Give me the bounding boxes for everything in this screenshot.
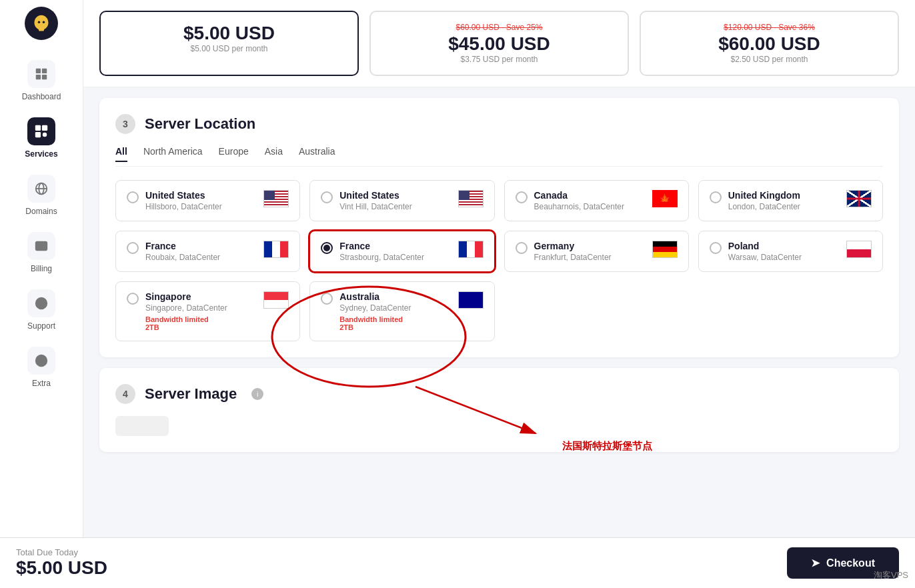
- location-grid: United States Hillsboro, DataCenter Unit…: [115, 180, 883, 341]
- sidebar-item-extra[interactable]: Extra: [0, 339, 83, 396]
- location-info-sg: Singapore Singapore, DataCenter Bandwidt…: [145, 291, 257, 331]
- flag-ca: [652, 190, 678, 207]
- radio-de[interactable]: [516, 242, 528, 254]
- sidebar-item-support[interactable]: Support: [0, 281, 83, 339]
- location-card-us-hillsboro[interactable]: United States Hillsboro, DataCenter: [115, 180, 300, 221]
- location-sub-ca: Beauharnois, DataCenter: [534, 202, 646, 211]
- location-info-uk: United Kingdom London, DataCenter: [728, 190, 840, 211]
- price-1-permonth: $5.00 USD per month: [114, 44, 344, 53]
- svg-rect-6: [35, 125, 41, 131]
- total-amount: $5.00 USD: [16, 557, 107, 579]
- svg-rect-8: [35, 132, 41, 137]
- sidebar-item-services[interactable]: Services: [0, 109, 83, 167]
- extra-icon: [34, 353, 49, 368]
- svg-rect-3: [42, 69, 47, 73]
- services-icon: [34, 124, 49, 139]
- svg-rect-4: [36, 75, 41, 79]
- radio-uk[interactable]: [710, 191, 722, 203]
- location-info-de: Germany Frankfurt, DataCenter: [534, 241, 646, 262]
- filter-tab-asia[interactable]: Asia: [265, 146, 283, 162]
- image-selector-preview: [115, 416, 169, 436]
- filter-tab-australia[interactable]: Australia: [299, 146, 335, 162]
- location-sub-uk: London, DataCenter: [728, 202, 840, 211]
- location-card-pl[interactable]: Poland Warsaw, DataCenter: [698, 231, 883, 272]
- location-card-de[interactable]: Germany Frankfurt, DataCenter: [504, 231, 689, 272]
- location-name-fr-stras: France: [339, 241, 451, 251]
- checkout-label: Checkout: [826, 557, 875, 569]
- location-card-au[interactable]: Australia Sydney, DataCenter Bandwidth l…: [309, 281, 494, 341]
- flag-pl: [846, 241, 872, 258]
- pricing-row: $5.00 USD $5.00 USD per month $60.00 USD…: [83, 0, 915, 87]
- lion-icon: [32, 14, 51, 33]
- radio-us-vint[interactable]: [321, 191, 333, 203]
- total-label: Total Due Today: [16, 547, 107, 557]
- location-card-fr-stras[interactable]: France Strasbourg, DataCenter: [309, 231, 494, 272]
- location-name-sg: Singapore: [145, 291, 257, 302]
- sidebar-item-domains[interactable]: Domains: [0, 167, 83, 224]
- main-content: $5.00 USD $5.00 USD per month $60.00 USD…: [83, 0, 915, 588]
- svg-rect-7: [42, 125, 47, 131]
- filter-tabs: All North America Europe Asia Australia: [115, 146, 883, 167]
- sidebar-item-label-billing: Billing: [31, 264, 52, 273]
- radio-fr-stras[interactable]: [321, 242, 333, 254]
- price-3-main: $60.00 USD: [654, 33, 884, 55]
- location-info-au: Australia Sydney, DataCenter Bandwidth l…: [339, 291, 451, 331]
- location-name-au: Australia: [339, 291, 451, 302]
- flag-fr-roubaix: [263, 241, 289, 258]
- location-name-us-hillsboro: United States: [145, 190, 257, 201]
- svg-point-1: [43, 21, 45, 24]
- section-header-image: 4 Server Image i: [115, 384, 883, 404]
- sidebar-item-label-domains: Domains: [25, 207, 57, 216]
- location-card-fr-roubaix[interactable]: France Roubaix, DataCenter: [115, 231, 300, 272]
- billing-icon: [34, 239, 49, 253]
- price-3-permonth: $2.50 USD per month: [654, 55, 884, 64]
- filter-tab-all[interactable]: All: [115, 146, 127, 162]
- location-sub-us-hillsboro: Hillsboro, DataCenter: [145, 202, 257, 211]
- support-icon: [34, 296, 49, 311]
- sidebar-item-dashboard[interactable]: Dashboard: [0, 52, 83, 109]
- radio-ca[interactable]: [516, 191, 528, 203]
- svg-point-0: [38, 21, 41, 24]
- location-sub-pl: Warsaw, DataCenter: [728, 253, 840, 262]
- location-card-uk[interactable]: United Kingdom London, DataCenter: [698, 180, 883, 221]
- location-info-fr-roubaix: France Roubaix, DataCenter: [145, 241, 257, 262]
- radio-sg[interactable]: [127, 293, 139, 305]
- flag-us-vint: [458, 190, 484, 207]
- location-sub-au: Sydney, DataCenter: [339, 303, 451, 313]
- radio-au[interactable]: [321, 293, 333, 305]
- filter-tab-north-america[interactable]: North America: [143, 146, 203, 162]
- location-card-sg[interactable]: Singapore Singapore, DataCenter Bandwidt…: [115, 281, 300, 341]
- filter-tab-europe[interactable]: Europe: [219, 146, 249, 162]
- radio-fr-roubaix[interactable]: [127, 242, 139, 254]
- location-name-uk: United Kingdom: [728, 190, 840, 201]
- flag-us-hillsboro: [263, 190, 289, 207]
- dashboard-icon: [34, 67, 49, 81]
- svg-rect-13: [36, 242, 47, 251]
- annotation-wrap: United States Hillsboro, DataCenter Unit…: [115, 180, 883, 341]
- sidebar-item-label-dashboard: Dashboard: [22, 92, 61, 101]
- price-3-save: $120.00 USD · Save 36%: [654, 23, 884, 32]
- info-icon[interactable]: i: [251, 388, 263, 400]
- flag-fr-stras: [458, 241, 484, 258]
- location-name-de: Germany: [534, 241, 646, 251]
- location-info-us-vint: United States Vint Hill, DataCenter: [339, 190, 451, 211]
- server-location-section: 3 Server Location All North America Euro…: [99, 98, 899, 357]
- svg-point-16: [39, 359, 43, 363]
- location-sub-fr-roubaix: Roubaix, DataCenter: [145, 253, 257, 262]
- price-2-main: $45.00 USD: [384, 33, 614, 55]
- sidebar-item-billing[interactable]: Billing: [0, 224, 83, 281]
- location-card-ca[interactable]: Canada Beauharnois, DataCenter: [504, 180, 689, 221]
- watermark: 淘客VPS: [874, 569, 908, 581]
- server-image-title: Server Image: [145, 385, 237, 403]
- radio-us-hillsboro[interactable]: [127, 191, 139, 203]
- domains-icon: [34, 181, 49, 196]
- flag-de: [652, 241, 678, 258]
- radio-pl[interactable]: [710, 242, 722, 254]
- price-card-2[interactable]: $60.00 USD · Save 25% $45.00 USD $3.75 U…: [369, 11, 629, 76]
- sidebar-item-label-support: Support: [27, 321, 55, 331]
- price-card-3[interactable]: $120.00 USD · Save 36% $60.00 USD $2.50 …: [640, 11, 899, 76]
- location-card-us-vint[interactable]: United States Vint Hill, DataCenter: [309, 180, 494, 221]
- price-card-1[interactable]: $5.00 USD $5.00 USD per month: [99, 11, 359, 76]
- location-info-fr-stras: France Strasbourg, DataCenter: [339, 241, 451, 262]
- section-number-3: 3: [115, 114, 135, 134]
